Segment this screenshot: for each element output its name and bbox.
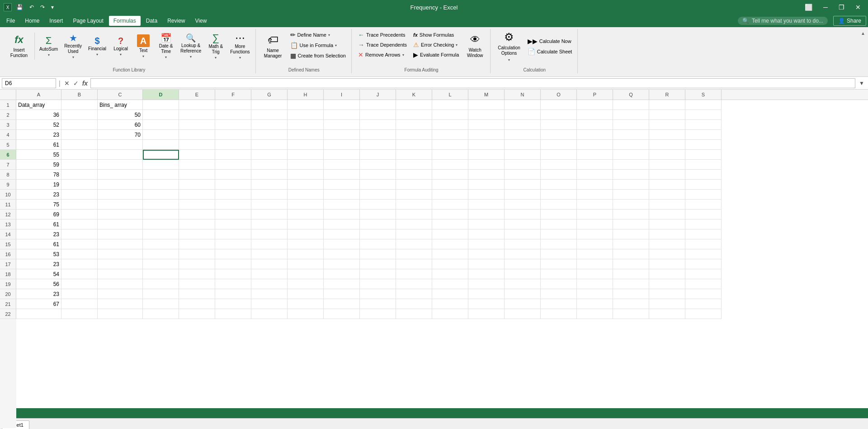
cell-6-5[interactable] [215,150,251,160]
cell-9-13[interactable] [505,180,541,190]
cell-17-13[interactable] [505,259,541,269]
recently-used-btn[interactable]: ★ RecentlyUsed ▾ [61,30,85,62]
cell-15-12[interactable] [468,239,505,249]
cell-20-7[interactable] [288,289,324,299]
cell-17-14[interactable] [541,259,577,269]
cell-21-6[interactable] [251,299,288,309]
cell-4-3[interactable] [143,130,179,140]
cell-3-9[interactable] [360,120,396,130]
cell-15-6[interactable] [251,239,288,249]
cell-5-4[interactable] [179,140,215,150]
cell-19-1[interactable] [61,279,98,289]
cell-10-6[interactable] [251,190,288,200]
cell-14-11[interactable] [432,229,468,239]
cell-8-9[interactable] [360,170,396,180]
cell-4-7[interactable] [288,130,324,140]
cell-21-17[interactable] [649,299,685,309]
cell-12-7[interactable] [288,210,324,219]
cell-16-6[interactable] [251,249,288,259]
row-header-13[interactable]: 13 [0,219,16,229]
cell-8-15[interactable] [577,170,613,180]
row-header-20[interactable]: 20 [0,289,16,299]
cell-20-16[interactable] [613,289,649,299]
more-functions-btn[interactable]: ⋯ MoreFunctions ▾ [227,30,252,62]
cell-4-14[interactable] [541,130,577,140]
cell-18-4[interactable] [179,269,215,279]
cell-15-14[interactable] [541,239,577,249]
cell-10-16[interactable] [613,190,649,200]
cell-5-1[interactable] [61,140,98,150]
row-header-4[interactable]: 4 [0,130,16,140]
cell-14-12[interactable] [468,229,505,239]
fx-formula-btn[interactable]: fx [81,79,89,88]
cell-6-2[interactable] [98,150,143,160]
menu-view[interactable]: View [191,16,212,26]
cell-2-9[interactable] [360,110,396,120]
cell-2-14[interactable] [541,110,577,120]
confirm-formula-btn[interactable]: ✓ [72,79,80,88]
cell-21-12[interactable] [468,299,505,309]
cell-17-5[interactable] [215,259,251,269]
cell-15-15[interactable] [577,239,613,249]
cell-16-8[interactable] [324,249,360,259]
cell-9-0[interactable]: 19 [16,180,61,190]
col-header-n[interactable]: N [505,90,541,100]
cell-9-15[interactable] [577,180,613,190]
cell-4-4[interactable] [179,130,215,140]
cell-18-0[interactable]: 54 [16,269,61,279]
cell-20-15[interactable] [577,289,613,299]
cell-22-2[interactable] [98,309,143,319]
cell-20-10[interactable] [396,289,432,299]
name-manager-btn[interactable]: 🏷 NameManager [259,30,287,62]
cell-14-5[interactable] [215,229,251,239]
cell-9-4[interactable] [179,180,215,190]
cell-3-2[interactable]: 60 [98,120,143,130]
col-header-d[interactable]: D [143,90,179,100]
cell-20-17[interactable] [649,289,685,299]
col-header-j[interactable]: J [360,90,396,100]
share-button[interactable]: 👤 Share [833,16,866,26]
insert-function-btn[interactable]: fx InsertFunction [5,30,33,62]
cell-19-16[interactable] [613,279,649,289]
cell-9-3[interactable] [143,180,179,190]
row-header-3[interactable]: 3 [0,120,16,130]
cell-12-6[interactable] [251,210,288,219]
cell-6-9[interactable] [360,150,396,160]
cell-13-13[interactable] [505,219,541,229]
cell-18-3[interactable] [143,269,179,279]
cell-11-3[interactable] [143,200,179,210]
cell-1-1[interactable] [61,100,98,110]
cell-16-4[interactable] [179,249,215,259]
cell-19-15[interactable] [577,279,613,289]
col-header-m[interactable]: M [468,90,505,100]
cell-3-3[interactable] [143,120,179,130]
cell-22-16[interactable] [613,309,649,319]
col-header-b[interactable]: B [61,90,98,100]
cell-2-4[interactable] [179,110,215,120]
cell-7-12[interactable] [468,160,505,170]
cell-11-2[interactable] [98,200,143,210]
cell-18-17[interactable] [649,269,685,279]
cell-18-2[interactable] [98,269,143,279]
cell-20-5[interactable] [215,289,251,299]
cell-22-5[interactable] [215,309,251,319]
menu-file[interactable]: File [2,16,19,26]
cell-14-4[interactable] [179,229,215,239]
cell-19-10[interactable] [396,279,432,289]
calculate-now-btn[interactable]: ▶▶ Calculate Now [525,36,575,46]
cell-7-5[interactable] [215,160,251,170]
remove-arrows-btn[interactable]: ✕ Remove Arrows ▾ [355,50,410,60]
cell-2-13[interactable] [505,110,541,120]
cell-1-13[interactable] [505,100,541,110]
cell-21-10[interactable] [396,299,432,309]
cell-6-0[interactable]: 55 [16,150,61,160]
col-header-s[interactable]: S [685,90,722,100]
cell-3-16[interactable] [613,120,649,130]
cell-15-9[interactable] [360,239,396,249]
cell-1-12[interactable] [468,100,505,110]
cell-14-1[interactable] [61,229,98,239]
cell-9-7[interactable] [288,180,324,190]
cell-13-17[interactable] [649,219,685,229]
cell-12-10[interactable] [396,210,432,219]
cell-21-13[interactable] [505,299,541,309]
